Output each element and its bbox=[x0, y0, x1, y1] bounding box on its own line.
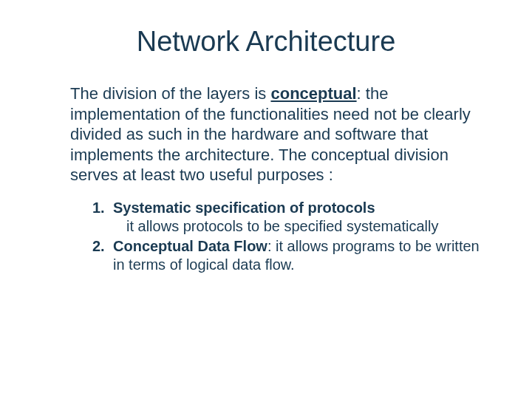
paragraph-emphasis: conceptual bbox=[270, 84, 356, 103]
list-content: Systematic specification of protocols it… bbox=[113, 199, 480, 236]
list-item: 2. Conceptual Data Flow: it allows progr… bbox=[92, 237, 480, 274]
list-item: 1. Systematic specification of protocols… bbox=[92, 199, 480, 236]
list-content: Conceptual Data Flow: it allows programs… bbox=[113, 237, 480, 274]
slide-title: Network Architecture bbox=[52, 26, 480, 58]
numbered-list: 1. Systematic specification of protocols… bbox=[52, 199, 480, 274]
body-paragraph: The division of the layers is conceptual… bbox=[52, 83, 480, 185]
paragraph-pre: The division of the layers is bbox=[70, 84, 270, 103]
list-item-sub: it allows protocols to be specified syst… bbox=[126, 217, 480, 236]
list-number: 1. bbox=[92, 199, 113, 236]
list-number: 2. bbox=[92, 237, 113, 274]
list-item-title: Conceptual Data Flow bbox=[113, 238, 267, 254]
list-item-title: Systematic specification of protocols bbox=[113, 200, 375, 216]
